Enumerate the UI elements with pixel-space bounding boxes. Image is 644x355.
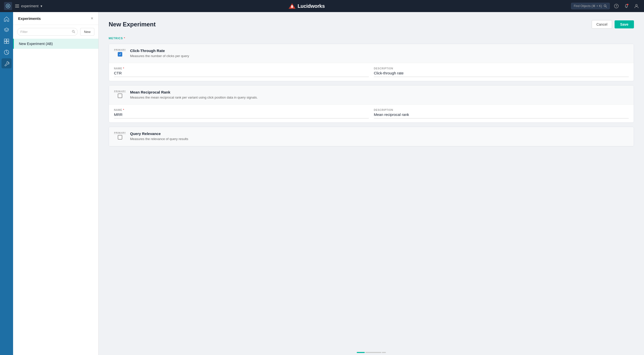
sidebar-icon-grid[interactable]: [2, 36, 12, 46]
svg-rect-2: [15, 5, 19, 5]
filter-search-icon: [72, 30, 75, 34]
field-value-ctr-name: CTR: [114, 71, 369, 77]
metric-card-mrr-bottom: NAME * MRR DESCRIPTION Mean reciprocal r…: [109, 105, 634, 122]
svg-line-23: [74, 32, 75, 33]
svg-point-12: [626, 7, 627, 8]
svg-point-13: [627, 4, 628, 5]
svg-rect-15: [4, 39, 6, 41]
metric-card-qr: PRIMARY Query Relevance Measures the rel…: [109, 127, 634, 146]
left-sidebar: [0, 12, 13, 355]
filter-wrapper: [17, 28, 78, 36]
metric-card-mrr: PRIMARY Mean Reciprocal Rank Measures th…: [109, 85, 634, 123]
svg-rect-3: [15, 6, 19, 6]
primary-checkbox-group-ctr: PRIMARY: [114, 49, 126, 57]
metric-info-mrr: Mean Reciprocal Rank Measures the mean r…: [130, 90, 629, 100]
field-label-mrr-name: NAME *: [114, 109, 369, 111]
field-label-ctr-name: NAME *: [114, 67, 369, 70]
field-group-mrr-name: NAME * MRR: [114, 109, 369, 118]
user-avatar[interactable]: [633, 3, 640, 10]
scroll-pip-1: [365, 352, 381, 353]
metric-name-qr: Query Relevance: [130, 131, 629, 136]
svg-point-22: [72, 30, 74, 32]
svg-rect-18: [7, 41, 9, 43]
filter-input[interactable]: [17, 28, 78, 36]
find-objects-button[interactable]: Find Objects (⌘ + K): [571, 3, 610, 9]
primary-checkbox-ctr[interactable]: [118, 52, 122, 57]
dropdown-arrow-icon: ▾: [41, 4, 42, 8]
primary-checkbox-group-qr: PRIMARY: [114, 131, 126, 140]
primary-checkbox-qr[interactable]: [118, 135, 122, 140]
topbar: experiment ▾ Lucidworks Find Objects (⌘ …: [0, 0, 644, 12]
sidebar-icon-layers[interactable]: [2, 25, 12, 35]
main-content: New Experiment Cancel Save METRICS * PRI…: [99, 12, 644, 355]
metric-card-ctr: PRIMARY Click-Through Rate Measures the …: [109, 44, 634, 81]
cancel-button[interactable]: Cancel: [592, 20, 612, 29]
metric-card-qr-top: PRIMARY Query Relevance Measures the rel…: [109, 127, 634, 146]
experiments-panel-title: Experiments: [18, 16, 41, 21]
metric-info-qr: Query Relevance Measures the relevance o…: [130, 131, 629, 141]
metric-desc-ctr: Measures the number of clicks per query: [130, 54, 629, 58]
main-layout: Experiments × New New Experiment (AB): [0, 12, 644, 355]
help-icon[interactable]: ?: [613, 3, 620, 10]
sidebar-icon-home[interactable]: [2, 14, 12, 24]
metric-card-ctr-bottom: NAME * CTR DESCRIPTION Click-through rat…: [109, 63, 634, 81]
content-inner: New Experiment Cancel Save METRICS * PRI…: [99, 12, 644, 350]
close-panel-icon[interactable]: ×: [91, 16, 93, 21]
primary-label-ctr: PRIMARY: [114, 49, 126, 51]
experiment-item[interactable]: New Experiment (AB): [13, 39, 98, 49]
svg-rect-17: [4, 41, 6, 43]
metric-card-ctr-top: PRIMARY Click-Through Rate Measures the …: [109, 44, 634, 63]
field-label-mrr-desc: DESCRIPTION: [374, 109, 629, 111]
metrics-section-label: METRICS *: [109, 37, 634, 40]
sidebar-icon-chart[interactable]: [2, 47, 12, 57]
svg-rect-16: [7, 39, 9, 41]
header-actions: Cancel Save: [592, 20, 634, 29]
brand: Lucidworks: [289, 3, 325, 9]
experiments-list: New Experiment (AB): [13, 39, 98, 355]
svg-text:?: ?: [616, 5, 617, 8]
experiments-panel: Experiments × New New Experiment (AB): [13, 12, 99, 355]
notifications-icon[interactable]: [623, 3, 630, 10]
panel-container: Experiments × New New Experiment (AB): [13, 12, 644, 355]
app-selector[interactable]: experiment ▾: [15, 4, 42, 8]
metric-name-mrr: Mean Reciprocal Rank: [130, 90, 629, 94]
svg-line-21: [7, 52, 8, 54]
app-logo-icon: [4, 2, 12, 10]
field-group-ctr-desc: DESCRIPTION Click-through rate: [374, 67, 629, 77]
brand-name: Lucidworks: [298, 3, 325, 9]
page-title: New Experiment: [109, 21, 156, 28]
new-experiment-button[interactable]: New: [80, 28, 94, 36]
scroll-indicator-container: [99, 350, 644, 355]
svg-point-8: [604, 5, 606, 7]
svg-line-9: [606, 7, 607, 8]
svg-point-14: [636, 5, 637, 6]
primary-checkbox-group-mrr: PRIMARY: [114, 90, 126, 98]
field-group-mrr-desc: DESCRIPTION Mean reciprocal rank: [374, 109, 629, 118]
experiments-panel-header: Experiments ×: [13, 12, 98, 25]
field-label-ctr-desc: DESCRIPTION: [374, 67, 629, 70]
metric-name-ctr: Click-Through Rate: [130, 49, 629, 53]
topbar-right: Find Objects (⌘ + K) ?: [571, 3, 640, 10]
primary-checkbox-mrr[interactable]: [118, 94, 122, 98]
scroll-pip-active: [357, 352, 365, 353]
content-header: New Experiment Cancel Save: [109, 20, 634, 29]
primary-label-qr: PRIMARY: [114, 131, 126, 134]
experiments-toolbar: New: [13, 25, 98, 39]
metric-desc-mrr: Measures the mean reciprocal rank per va…: [130, 95, 629, 100]
find-objects-label: Find Objects (⌘ + K): [574, 4, 602, 8]
app-name-label: experiment: [21, 4, 38, 8]
primary-label-mrr: PRIMARY: [114, 90, 126, 93]
metric-card-mrr-top: PRIMARY Mean Reciprocal Rank Measures th…: [109, 85, 634, 105]
field-value-mrr-desc: Mean reciprocal rank: [374, 112, 629, 118]
save-button[interactable]: Save: [615, 20, 634, 28]
sidebar-icon-wrench[interactable]: [2, 58, 12, 68]
topbar-center: Lucidworks: [45, 3, 568, 9]
metric-info-ctr: Click-Through Rate Measures the number o…: [130, 49, 629, 58]
field-value-mrr-name: MRR: [114, 112, 369, 118]
svg-point-1: [7, 5, 9, 7]
scroll-indicator: [357, 352, 386, 353]
scroll-pip-2: [382, 352, 386, 353]
svg-rect-7: [291, 5, 293, 8]
field-value-ctr-desc: Click-through rate: [374, 71, 629, 77]
metric-desc-qr: Measures the relevance of query results: [130, 137, 629, 141]
